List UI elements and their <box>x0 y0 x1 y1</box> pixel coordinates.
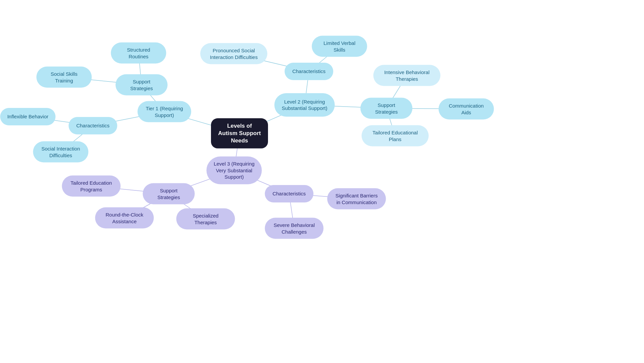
t1-s2-node[interactable]: Social Skills Training <box>37 67 92 88</box>
t3-c1-node[interactable]: Significant Barriers in Communication <box>327 188 386 209</box>
center-node[interactable]: Levels of Autism Support Needs <box>211 118 268 148</box>
t2-c2-node[interactable]: Limited Verbal Skills <box>312 36 367 57</box>
mindmap-canvas: Levels of Autism Support Needs Tier 1 (R… <box>0 0 644 363</box>
t3-c2-node[interactable]: Severe Behavioral Challenges <box>265 218 324 239</box>
t3-s2-node[interactable]: Round-the-Clock Assistance <box>95 207 154 229</box>
t1-support-node[interactable]: Support Strategies <box>116 74 168 96</box>
t2-support-node[interactable]: Support Strategies <box>361 98 413 119</box>
tier2-node[interactable]: Level 2 (Requiring Substantial Support) <box>274 93 335 117</box>
t3-s3-node[interactable]: Specialized Therapies <box>176 208 235 230</box>
t3-s1-node[interactable]: Tailored Education Programs <box>62 176 121 197</box>
t3-char-node[interactable]: Characteristics <box>265 185 314 202</box>
t2-s3-node[interactable]: Tailored Educational Plans <box>362 125 429 146</box>
t1-char-node[interactable]: Characteristics <box>69 117 117 134</box>
t2-c1-node[interactable]: Pronounced Social Interaction Difficulti… <box>200 43 267 64</box>
t1-c1-node[interactable]: Inflexible Behavior <box>0 108 56 125</box>
tier1-node[interactable]: Tier 1 (Requiring Support) <box>138 101 191 122</box>
t1-c2-node[interactable]: Social Interaction Difficulties <box>33 141 89 163</box>
t2-char-node[interactable]: Characteristics <box>285 63 333 80</box>
tier3-node[interactable]: Level 3 (Requiring Very Substantial Supp… <box>207 157 262 184</box>
t2-s1-node[interactable]: Intensive Behavioral Therapies <box>373 65 440 86</box>
t1-s1-node[interactable]: Structured Routines <box>111 43 166 64</box>
t2-s2-node[interactable]: Communication Aids <box>439 99 494 120</box>
t3-support-node[interactable]: Support Strategies <box>143 183 195 204</box>
